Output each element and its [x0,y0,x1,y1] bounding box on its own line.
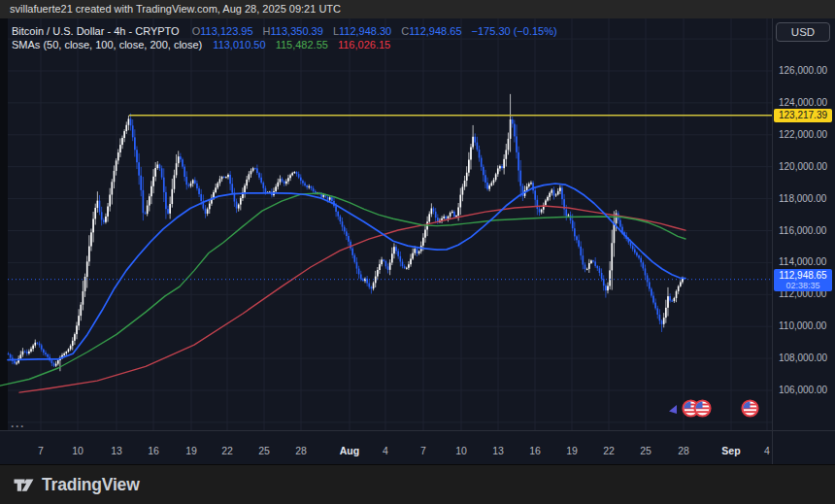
sma200-value: 116,026.15 [338,39,390,50]
time-axis-label: 22 [221,445,233,456]
candlestick-chart-canvas[interactable] [0,18,772,430]
price-axis-label: 116,000.00 [779,225,826,237]
pane-more-button[interactable]: ⋯ [10,420,25,432]
time-axis-label: 16 [529,445,541,456]
time-axis-label: 28 [295,445,307,456]
tradingview-logo-link[interactable]: TradingView [13,474,140,496]
sma50-value: 113,010.50 [213,39,265,50]
time-axis-label: 19 [566,445,578,456]
time-axis-label: 7 [38,445,44,456]
price-axis-label: 126,000.00 [779,65,827,77]
time-axis-corner [772,431,835,465]
sma-legend-row[interactable]: SMAs (50, close, 100, close, 200, close)… [12,38,557,51]
time-axis-label: 28 [678,445,689,456]
grid [8,18,772,430]
price-axis-label: 110,000.00 [779,320,826,332]
tradingview-logo-icon [13,474,35,496]
change-value: −175.30 (−0.15%) [472,25,557,37]
price-axis[interactable]: USD 123,217.39 112,948.65 02:38:35 126,0… [772,18,835,430]
attribution-text: svillafuerte21 created with TradingView.… [10,3,341,15]
time-axis-label: 22 [603,445,615,456]
bar-countdown: 02:38:35 [774,282,832,290]
high-key: H [263,25,271,37]
close-value: 112,948.65 [409,25,461,37]
time-axis-label: Sep [721,445,740,456]
sma-line-sma200[interactable] [19,206,685,392]
time-axis-label: 16 [148,445,159,456]
open-key: O [192,25,201,37]
footer-bar: TradingView [0,464,835,504]
time-axis-label: 4 [383,445,388,456]
legend-separator: - [128,25,132,37]
price-axis-label: 122,000.00 [779,129,827,141]
chart-area: Bitcoin / U.S. Dollar - 4h - CRYPTO O113… [0,18,835,430]
price-axis-label: 120,000.00 [779,161,827,173]
time-axis-label: 13 [111,445,122,456]
sma-indicator-label[interactable]: SMAs (50, close, 100, close, 200, close) [12,39,202,50]
attribution-bar: svillafuerte21 created with TradingView.… [0,0,835,18]
last-price-value: 112,948.65 [774,270,832,282]
time-axis-label: 10 [72,445,84,456]
time-axis-label: 10 [455,445,467,456]
time-axis-label: Aug [340,445,359,456]
legend-separator: - [107,25,111,37]
price-axis-label: 118,000.00 [779,193,826,205]
exchange-label: CRYPTO [135,25,179,37]
price-axis-label: 124,000.00 [779,97,827,109]
high-value: 113,350.39 [271,25,323,37]
symbol-legend-row[interactable]: Bitcoin / U.S. Dollar - 4h - CRYPTO O113… [12,24,557,38]
time-axis-label: 4 [764,445,770,456]
chart-legend: Bitcoin / U.S. Dollar - 4h - CRYPTO O113… [12,24,557,51]
last-price-badge: 112,948.65 02:38:35 [774,269,832,291]
price-axis-label: 108,000.00 [779,353,827,364]
open-value: 113,123.95 [200,25,252,37]
us-flag-sticker-pair[interactable] [677,398,712,419]
tradingview-chart-window: svillafuerte21 created with TradingView.… [0,0,835,504]
price-axis-label: 114,000.00 [779,256,826,268]
low-value: 112,948.30 [339,25,391,37]
time-axis-label: 25 [258,445,270,456]
candlestick-series [8,94,684,371]
price-level-badge: 123,217.39 [774,109,832,122]
us-flag-sticker[interactable] [740,398,760,419]
time-axis-label: 13 [492,445,504,456]
price-axis-label: 106,000.00 [779,385,827,396]
symbol-title[interactable]: Bitcoin / U.S. Dollar [12,25,104,37]
time-axis-label: 19 [185,445,197,456]
currency-usd-button[interactable]: USD [776,22,830,42]
sma100-value: 115,482.55 [276,39,328,50]
tradingview-wordmark: TradingView [42,475,140,495]
time-axis-label: 25 [640,445,651,456]
time-axis-label: 7 [420,445,426,456]
interval-label[interactable]: 4h [114,25,125,37]
time-axis[interactable]: 710131619222528Aug4710131619222528Sep4 [0,430,835,464]
